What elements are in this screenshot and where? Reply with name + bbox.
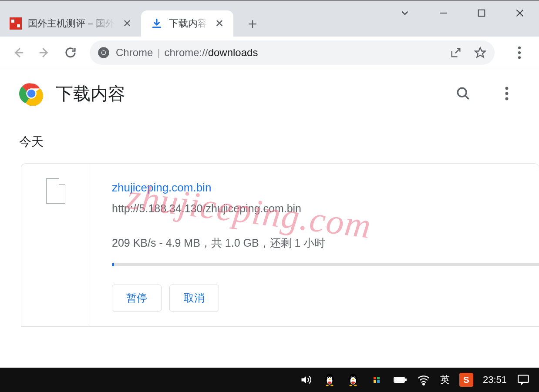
svg-point-28: [351, 377, 352, 378]
wifi-icon[interactable]: [417, 373, 431, 387]
svg-rect-0: [478, 10, 485, 17]
minimize-button[interactable]: [424, 1, 462, 25]
notifications-icon[interactable]: [516, 373, 530, 387]
chrome-label: Chrome: [116, 47, 153, 59]
svg-point-18: [328, 377, 329, 378]
download-source-url: http://5.188.34.130/zhujiceping.com.bin: [112, 202, 539, 215]
svg-point-4: [518, 47, 521, 49]
tab-title: 下载内容: [169, 17, 207, 30]
close-tab-icon[interactable]: ✕: [121, 17, 133, 30]
download-status: 209 KB/s - 4.9 MB，共 1.0 GB，还剩 1 小时: [112, 236, 539, 250]
download-icon: [151, 17, 163, 30]
volume-icon[interactable]: [299, 373, 313, 387]
svg-point-33: [354, 385, 357, 386]
svg-point-6: [518, 56, 521, 59]
cancel-button[interactable]: 取消: [169, 285, 219, 312]
address-bar[interactable]: Chrome | chrome://downloads: [90, 40, 495, 65]
search-downloads-button[interactable]: [455, 85, 472, 102]
qq-icon[interactable]: [346, 373, 360, 387]
svg-point-5: [518, 51, 521, 54]
page-title: 下载内容: [56, 82, 125, 106]
tab-title: 国外主机测评 – 国外: [28, 17, 115, 30]
svg-point-9: [27, 90, 36, 98]
pause-button[interactable]: 暂停: [112, 285, 162, 312]
svg-point-10: [458, 88, 466, 97]
svg-point-21: [328, 382, 332, 384]
qq-icon[interactable]: [323, 373, 337, 387]
sogou-ime-icon[interactable]: S: [459, 373, 473, 387]
active-tab[interactable]: 下载内容 ✕: [141, 10, 233, 37]
download-filename[interactable]: zhujiceping.com.bin: [112, 181, 539, 194]
forward-button[interactable]: [31, 40, 57, 66]
app-grid-icon[interactable]: [370, 373, 384, 387]
site-favicon: [10, 17, 22, 30]
svg-rect-36: [395, 378, 404, 382]
svg-point-30: [352, 379, 354, 380]
svg-point-19: [330, 377, 331, 378]
close-tab-icon[interactable]: ✕: [213, 17, 226, 30]
close-window-button[interactable]: [501, 1, 539, 25]
url-text: chrome://downloads: [165, 47, 258, 59]
reload-button[interactable]: [57, 40, 84, 66]
svg-point-12: [505, 92, 509, 95]
svg-point-13: [505, 97, 509, 101]
new-tab-button[interactable]: ＋: [241, 12, 264, 35]
file-icon: [46, 178, 65, 204]
back-button[interactable]: [5, 40, 31, 66]
svg-point-3: [102, 51, 105, 54]
svg-point-31: [351, 382, 355, 384]
battery-icon[interactable]: [393, 373, 407, 387]
svg-point-20: [329, 379, 331, 380]
inactive-tab[interactable]: 国外主机测评 – 国外 ✕: [0, 10, 141, 37]
svg-point-11: [505, 87, 509, 90]
browser-menu-button[interactable]: [509, 42, 530, 64]
tab-search-button[interactable]: [386, 1, 424, 25]
downloads-menu-button[interactable]: [498, 85, 515, 102]
section-today-label: 今天: [0, 118, 539, 155]
svg-point-37: [423, 383, 424, 385]
share-icon[interactable]: [449, 46, 462, 59]
svg-point-29: [354, 377, 355, 378]
svg-rect-38: [518, 375, 528, 382]
clock[interactable]: 23:51: [483, 374, 507, 385]
maximize-button[interactable]: [462, 1, 501, 25]
bookmark-icon[interactable]: [474, 46, 487, 59]
download-progress-bar: [112, 263, 539, 266]
svg-point-32: [349, 385, 352, 386]
download-item: zhujiceping.com.bin http://5.188.34.130/…: [21, 163, 539, 327]
ime-language[interactable]: 英: [440, 373, 450, 386]
svg-rect-35: [405, 379, 406, 381]
chrome-icon: [98, 47, 110, 59]
svg-point-23: [330, 385, 333, 386]
chrome-logo-icon: [19, 81, 44, 106]
svg-point-22: [326, 385, 328, 386]
